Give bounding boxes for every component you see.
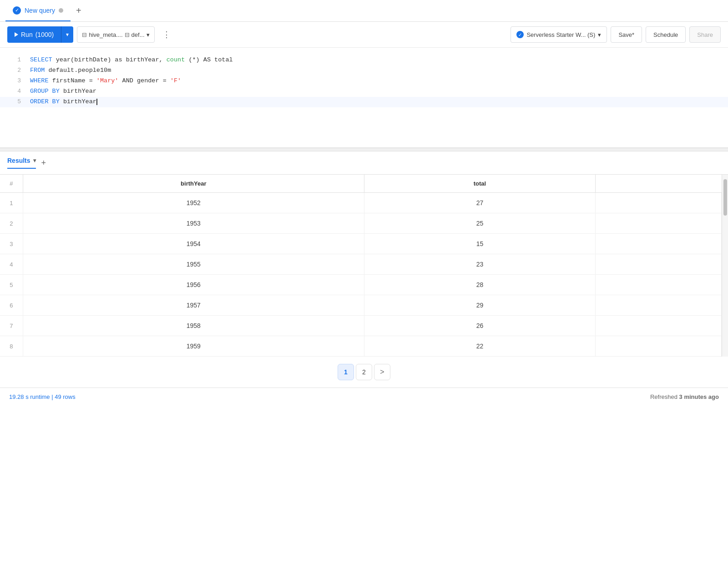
run-dropdown-button[interactable]: ▾ (61, 26, 73, 43)
code-content-1: SELECT year(birthDate) as birthYear, cou… (30, 55, 721, 65)
cell-row-num: 2 (0, 213, 23, 234)
cell-total: 28 (364, 275, 596, 295)
cell-empty (595, 316, 721, 336)
col-header-total: total (364, 175, 596, 193)
add-result-tab-button[interactable]: + (40, 158, 48, 168)
cell-birthyear: 1954 (23, 234, 364, 254)
line-number-4: 4 (7, 86, 21, 96)
code-text: birthYear (63, 88, 96, 95)
cell-birthyear: 1956 (23, 275, 364, 295)
string-value-f: 'F' (170, 77, 181, 84)
results-table: # birthYear total 1 1952 27 2 1953 25 3 … (0, 175, 722, 357)
cell-empty (595, 213, 721, 234)
editor-results-divider (0, 148, 728, 151)
cluster-label: Serverless Starter W... (S) (526, 31, 595, 38)
play-icon (15, 32, 18, 37)
tab-title: New query (25, 7, 55, 14)
keyword-where: WHERE (30, 77, 49, 84)
string-value-mary: 'Mary' (96, 77, 119, 84)
page-1-button[interactable]: 1 (338, 364, 354, 380)
cell-birthyear: 1959 (23, 336, 364, 357)
more-options-button[interactable]: ⋮ (158, 26, 175, 43)
catalog-selector[interactable]: ⊟ hive_meta.... ⊟ def... ▾ (77, 26, 154, 43)
share-button: Share (689, 26, 721, 43)
run-button-group: Run (1000) ▾ (7, 26, 73, 43)
cell-empty (595, 234, 721, 254)
table-row: 8 1959 22 (0, 336, 722, 357)
cell-row-num: 4 (0, 254, 23, 275)
tab-bar: ✓ New query + (0, 0, 728, 22)
cluster-status-icon: ✓ (516, 31, 524, 38)
table-scrollbar[interactable] (722, 175, 728, 357)
line-number-5: 5 (7, 97, 21, 107)
code-text: birthYear (63, 98, 96, 105)
keyword-select: SELECT (30, 56, 52, 63)
page-2-button[interactable]: 2 (356, 364, 372, 380)
more-icon: ⋮ (162, 30, 171, 40)
table-row: 1 1952 27 (0, 193, 722, 213)
table-row: 5 1956 28 (0, 275, 722, 295)
cell-birthyear: 1953 (23, 213, 364, 234)
cell-total: 22 (364, 336, 596, 357)
run-limit: (1000) (35, 31, 54, 38)
page-next-button[interactable]: > (374, 364, 390, 380)
new-tab-button[interactable]: + (71, 0, 87, 21)
col-header-empty (595, 175, 721, 193)
results-table-wrap: # birthYear total 1 1952 27 2 1953 25 3 … (0, 175, 722, 357)
line-number-3: 3 (7, 76, 21, 86)
tab-new-query[interactable]: ✓ New query (5, 0, 71, 21)
save-button[interactable]: Save* (611, 26, 642, 43)
cluster-chevron-icon: ▾ (598, 31, 601, 38)
schema-label: def... (131, 31, 145, 38)
code-text: year(birthDate) as birthYear, (56, 56, 167, 63)
cell-row-num: 5 (0, 275, 23, 295)
code-content-3: WHERE firstName = 'Mary' AND gender = 'F… (30, 76, 721, 86)
pagination: 1 2 > (0, 357, 728, 388)
cell-empty (595, 275, 721, 295)
results-tbody: 1 1952 27 2 1953 25 3 1954 15 4 1955 23 … (0, 193, 722, 357)
code-text: firstName = (52, 77, 96, 84)
cluster-selector[interactable]: ✓ Serverless Starter W... (S) ▾ (511, 26, 607, 43)
code-line-5: 5 ORDER BY birthYear (0, 97, 728, 107)
refreshed-time: 3 minutes ago (679, 393, 719, 400)
catalog-chevron-icon: ▾ (147, 31, 150, 38)
results-tab-label: Results (7, 157, 30, 164)
cell-row-num: 6 (0, 295, 23, 316)
code-line-3: 3 WHERE firstName = 'Mary' AND gender = … (0, 76, 728, 86)
col-header-birthyear: birthYear (23, 175, 364, 193)
cell-total: 15 (364, 234, 596, 254)
cell-total: 29 (364, 295, 596, 316)
cell-total: 23 (364, 254, 596, 275)
table-header-row: # birthYear total (0, 175, 722, 193)
cell-row-num: 1 (0, 193, 23, 213)
cell-empty (595, 193, 721, 213)
runtime-info: 19.28 s runtime | 49 rows (9, 393, 76, 400)
footer: 19.28 s runtime | 49 rows Refreshed 3 mi… (0, 388, 728, 406)
table-row: 4 1955 23 (0, 254, 722, 275)
schedule-button[interactable]: Schedule (646, 26, 686, 43)
col-header-num: # (0, 175, 23, 193)
refreshed-info: Refreshed 3 minutes ago (650, 393, 719, 400)
keyword-count: count (167, 56, 185, 63)
toolbar: Run (1000) ▾ ⊟ hive_meta.... ⊟ def... ▾ … (0, 22, 728, 48)
line-number-2: 2 (7, 65, 21, 76)
cell-birthyear: 1955 (23, 254, 364, 275)
table-row: 3 1954 15 (0, 234, 722, 254)
table-row: 7 1958 26 (0, 316, 722, 336)
code-line-2: 2 FROM default.people10m (0, 65, 728, 76)
scrollbar-thumb[interactable] (723, 179, 727, 216)
results-tab[interactable]: Results ▾ (7, 157, 36, 169)
code-text: AND gender = (122, 77, 170, 84)
code-text: (*) AS total (188, 56, 233, 63)
results-header: Results ▾ + (0, 151, 728, 175)
code-text: default.people10m (49, 67, 111, 74)
run-button[interactable]: Run (1000) (7, 26, 61, 43)
cell-birthyear: 1958 (23, 316, 364, 336)
sql-editor[interactable]: 1 SELECT year(birthDate) as birthYear, c… (0, 48, 728, 148)
keyword-order: ORDER BY (30, 98, 60, 105)
unsaved-dot-icon (59, 8, 63, 13)
code-content-5: ORDER BY birthYear (30, 97, 721, 107)
run-label: Run (21, 31, 33, 38)
schema-icon: ⊟ (125, 31, 130, 38)
code-line-1: 1 SELECT year(birthDate) as birthYear, c… (0, 55, 728, 65)
